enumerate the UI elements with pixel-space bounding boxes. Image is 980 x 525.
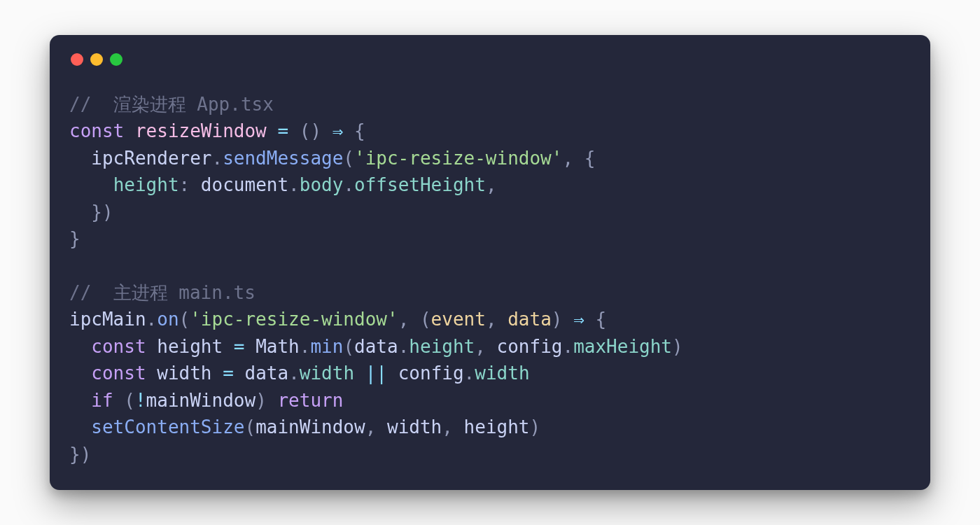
- code-token: sendMessage: [223, 148, 343, 169]
- code-token: [69, 148, 91, 169]
- code-token: ): [530, 416, 541, 438]
- code-token: :: [179, 174, 190, 195]
- code-token: 'ipc-resize-window': [354, 148, 562, 169]
- code-token: height: [464, 416, 530, 438]
- code-token: mainWindow: [146, 390, 256, 411]
- code-token: ,: [398, 309, 410, 330]
- maximize-icon[interactable]: [110, 53, 122, 66]
- code-token: config: [497, 336, 563, 357]
- code-token: [244, 336, 255, 357]
- traffic-lights: [71, 53, 911, 66]
- code-token: [343, 120, 354, 141]
- code-token: (: [124, 390, 135, 411]
- code-token: (): [300, 120, 321, 141]
- code-token: [124, 120, 135, 141]
- code-token: [146, 363, 158, 384]
- code-token: const: [69, 120, 124, 141]
- code-token: ,: [486, 309, 497, 330]
- code-token: width: [387, 416, 442, 438]
- code-token: (: [343, 148, 354, 169]
- code-token: Math: [255, 336, 300, 357]
- code-token: .: [343, 174, 354, 195]
- code-token: // 主进程 main.ts: [69, 282, 255, 303]
- code-token: .: [288, 363, 300, 384]
- code-token: (: [179, 309, 190, 330]
- code-token: {: [584, 148, 596, 169]
- code-token: body: [300, 174, 344, 195]
- code-token: [453, 416, 464, 438]
- code-token: [573, 148, 584, 169]
- code-token: maxHeight: [573, 336, 672, 357]
- code-token: =: [234, 336, 245, 357]
- code-token: [69, 202, 91, 223]
- code-token: .: [398, 336, 410, 357]
- code-token: .: [300, 336, 311, 357]
- code-token: .: [464, 363, 475, 384]
- close-icon[interactable]: [71, 53, 83, 66]
- code-token: [223, 336, 234, 357]
- code-token: {: [354, 120, 365, 141]
- code-token: ipcMain: [69, 309, 146, 330]
- code-token: [376, 416, 387, 438]
- code-token: [288, 120, 300, 141]
- code-token: [69, 390, 91, 411]
- code-token: ,: [486, 174, 497, 195]
- code-token: document: [201, 174, 288, 195]
- code-token: min: [310, 336, 343, 357]
- code-token: ): [255, 390, 267, 411]
- code-token: (: [420, 309, 431, 330]
- code-token: =: [223, 363, 234, 384]
- code-token: [387, 363, 398, 384]
- code-token: [497, 309, 508, 330]
- code-token: const: [91, 363, 146, 384]
- code-token: [113, 390, 125, 411]
- code-token: [212, 363, 223, 384]
- code-token: ||: [365, 363, 387, 384]
- code-token: ,: [442, 416, 453, 438]
- code-window: // 渲染进程 App.tsx const resizeWindow = () …: [50, 35, 930, 491]
- code-token: width: [475, 363, 529, 384]
- code-token: [267, 120, 278, 141]
- code-token: width: [300, 363, 354, 384]
- code-token: .: [146, 309, 158, 330]
- code-token: [267, 390, 278, 411]
- code-token: [234, 363, 245, 384]
- code-token: ⇒: [332, 120, 344, 141]
- code-token: [190, 174, 201, 195]
- code-token: [69, 363, 91, 384]
- code-token: ): [672, 336, 683, 357]
- code-token: width: [157, 363, 211, 384]
- code-token: =: [277, 120, 288, 141]
- code-token: height: [409, 336, 475, 357]
- code-token: [69, 336, 91, 357]
- code-token: .: [562, 336, 573, 357]
- code-token: data: [507, 309, 552, 330]
- code-token: [69, 416, 91, 438]
- code-token: event: [431, 309, 486, 330]
- code-token: if: [91, 390, 113, 411]
- code-token: ⇒: [573, 309, 584, 330]
- code-token: [584, 309, 596, 330]
- code-token: }): [91, 202, 113, 223]
- code-token: [486, 336, 497, 357]
- code-token: offsetHeight: [354, 174, 486, 195]
- code-token: data: [354, 336, 398, 357]
- code-token: [69, 174, 113, 195]
- code-token: !: [135, 390, 146, 411]
- code-token: const: [91, 336, 146, 357]
- code-token: [354, 363, 365, 384]
- code-token: [321, 120, 332, 141]
- code-token: [409, 309, 420, 330]
- code-token: (: [343, 336, 354, 357]
- minimize-icon[interactable]: [90, 53, 103, 66]
- code-token: }: [69, 228, 80, 249]
- code-token: ): [552, 309, 563, 330]
- code-token: [562, 309, 573, 330]
- code-token: ,: [562, 148, 573, 169]
- code-token: ipcRenderer: [91, 148, 211, 169]
- code-token: }): [69, 444, 91, 465]
- code-token: height: [157, 336, 223, 357]
- code-token: 'ipc-resize-window': [190, 309, 398, 330]
- code-token: (: [244, 416, 255, 438]
- code-token: mainWindow: [255, 416, 365, 438]
